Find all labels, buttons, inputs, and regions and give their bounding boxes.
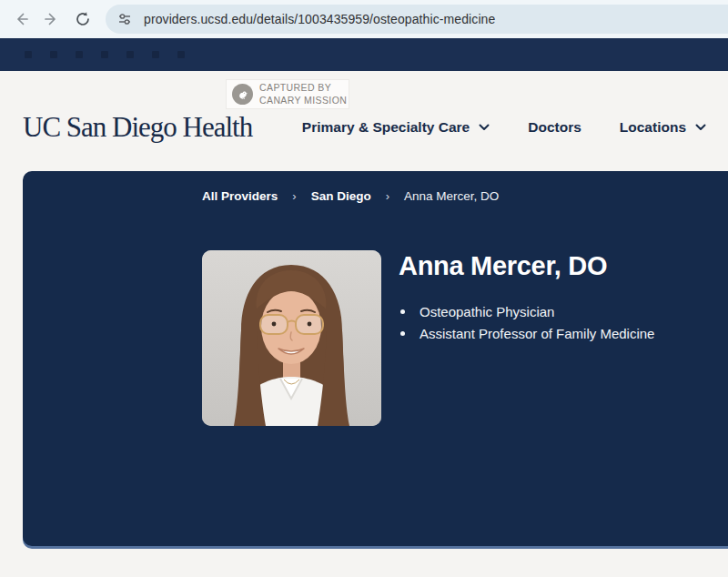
site-settings-button[interactable] (113, 7, 136, 31)
utility-bar-mark (126, 51, 134, 58)
site-utility-bar (0, 38, 728, 71)
forward-icon (44, 11, 60, 27)
main-nav: Primary & Specialty Care Doctors Locatio… (302, 119, 706, 136)
back-icon (13, 11, 29, 27)
provider-info: Anna Mercer, DO Osteopathic Physician As… (399, 250, 654, 426)
breadcrumb: All Providers › San Diego › Anna Mercer,… (23, 171, 728, 203)
refresh-icon (75, 11, 91, 27)
nav-item-locations[interactable]: Locations (620, 119, 706, 136)
tune-icon (117, 12, 132, 26)
capture-badge-line1: CAPTURED BY (259, 82, 347, 94)
forward-button[interactable] (38, 5, 66, 33)
breadcrumb-separator-icon: › (292, 189, 296, 203)
url-text[interactable]: providers.ucsd.edu/details/1003435959/os… (144, 12, 495, 26)
nav-item-label: Locations (620, 119, 686, 136)
refresh-button[interactable] (69, 5, 96, 33)
chevron-down-icon (695, 124, 706, 131)
breadcrumb-current-page: Anna Mercer, DO (404, 189, 499, 203)
nav-item-primary-specialty-care[interactable]: Primary & Specialty Care (302, 119, 490, 136)
nav-item-label: Primary & Specialty Care (302, 119, 470, 136)
page-body: CAPTURED BY CANARY MISSION UC San Diego … (0, 71, 728, 577)
browser-toolbar: providers.ucsd.edu/details/1003435959/os… (0, 0, 728, 38)
utility-bar-mark (152, 51, 159, 58)
utility-bar-mark (50, 51, 57, 58)
provider-name: Anna Mercer, DO (399, 252, 654, 279)
utility-bar-mark (101, 51, 108, 58)
breadcrumb-san-diego[interactable]: San Diego (311, 189, 371, 203)
utility-bar-mark (25, 51, 32, 58)
utility-bar-mark (177, 51, 185, 58)
provider-panel: All Providers › San Diego › Anna Mercer,… (23, 171, 728, 546)
capture-badge-line2: CANARY MISSION (259, 95, 347, 106)
canary-bird-icon (232, 84, 253, 105)
capture-badge-text: CAPTURED BY CANARY MISSION (259, 82, 347, 106)
breadcrumb-separator-icon: › (386, 189, 389, 203)
address-bar[interactable]: providers.ucsd.edu/details/1003435959/os… (106, 5, 728, 34)
chevron-down-icon (479, 124, 490, 131)
breadcrumb-all-providers[interactable]: All Providers (202, 189, 278, 203)
provider-title: Assistant Professor of Family Medicine (399, 326, 654, 341)
provider-profile: Anna Mercer, DO Osteopathic Physician As… (202, 250, 728, 426)
back-button[interactable] (7, 5, 35, 33)
capture-badge: CAPTURED BY CANARY MISSION (226, 79, 349, 109)
utility-bar-mark (76, 51, 83, 58)
provider-title: Osteopathic Physician (399, 304, 654, 319)
ucsd-health-logo[interactable]: UC San Diego Health (23, 111, 252, 144)
nav-item-label: Doctors (528, 119, 581, 136)
site-header: UC San Diego Health Primary & Specialty … (0, 71, 728, 171)
provider-photo (202, 250, 381, 426)
provider-titles-list: Osteopathic Physician Assistant Professo… (399, 304, 654, 341)
nav-item-doctors[interactable]: Doctors (528, 119, 581, 136)
